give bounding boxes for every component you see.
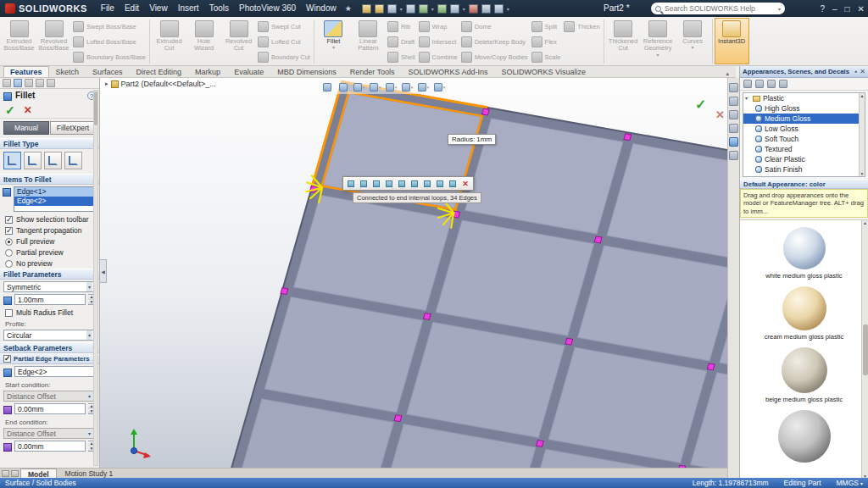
filletxpert-tab[interactable]: FilletXpert [50,121,96,135]
new-document-icon[interactable] [362,4,371,14]
start-condition-dropdown[interactable]: Distance Offset▾ [3,391,96,402]
custom-properties-tab-icon[interactable] [729,151,738,160]
tab-solidworks-addins[interactable]: SOLIDWORKS Add-Ins [402,66,495,77]
end-condition-dropdown[interactable]: Distance Offset▾ [3,428,96,439]
menu-edit[interactable]: Edit [120,0,144,17]
display-style-button[interactable]: ▾ [368,80,382,93]
tab-markup[interactable]: Markup [188,66,227,77]
ok-button[interactable]: ✓ [5,103,15,117]
tree-node-soft-touch[interactable]: Soft Touch [743,134,865,144]
redo-icon[interactable] [437,4,447,14]
select-internal-loops-option-icon[interactable] [421,178,433,189]
print-icon[interactable] [406,4,415,14]
multi-radius-fillet-option[interactable]: Multi Radius Fillet [0,307,99,318]
appearance-thumbnail[interactable]: beige medium gloss plastic [740,347,868,403]
flex-button[interactable]: Flex [530,34,563,49]
curves-button[interactable]: Curves▾ [676,18,710,64]
zoom-fit-button[interactable] [320,80,334,93]
linear-pattern-button[interactable]: Linear Pattern [351,18,386,64]
menu-tools[interactable]: Tools [204,0,234,17]
extruded-boss-button[interactable]: Extruded Boss/Base [2,18,36,64]
dome-button[interactable]: Dome [459,19,530,34]
reference-geometry-button[interactable]: Reference Geometry▾ [641,18,676,64]
palette-icon[interactable] [779,80,787,88]
tab-direct-editing[interactable]: Direct Editing [130,66,189,77]
tree-node-low-gloss[interactable]: Low Gloss [743,124,865,134]
menu-window[interactable]: Window [301,0,342,17]
close-icon[interactable]: ✕ [858,4,865,14]
thumbnails-scrollbar[interactable]: ▲▼ [861,220,868,479]
motion-study-tab[interactable]: Motion Study 1 [58,469,120,479]
file-explorer-tab-icon[interactable] [729,110,738,119]
shell-button[interactable]: Shell [386,49,417,64]
confirmation-corner-cancel[interactable]: ✕ [715,108,725,121]
appearances-scenes-tab-icon[interactable] [729,137,738,147]
open-document-icon[interactable] [375,4,384,14]
appearance-thumbnail[interactable]: white medium gloss plastic [740,227,868,280]
menu-insert[interactable]: Insert [173,0,204,17]
tree-node-clear-plastic[interactable]: Clear Plastic [743,154,865,164]
propertymanager-tab-icon[interactable] [14,79,22,87]
radius-input[interactable]: 1.00mm [14,294,86,305]
menu-file[interactable]: File [96,0,120,17]
view-orientation-button[interactable]: ▾ [352,80,366,93]
options-caret-icon[interactable]: ▾ [507,6,509,12]
manual-tab[interactable]: Manual [3,121,49,135]
tab-mbd-dimensions[interactable]: MBD Dimensions [270,66,343,77]
boundary-boss-button[interactable]: Boundary Boss/Base [71,49,147,64]
edges-listbox[interactable]: Edge<1> Edge<2> [14,186,97,212]
design-library-tab-icon[interactable] [729,97,738,106]
tree-node-medium-gloss[interactable]: Medium Gloss [743,114,865,124]
hole-wizard-button[interactable]: Hole Wizard [186,18,221,64]
tree-node-high-gloss[interactable]: High Gloss [743,103,865,114]
decal-folder-icon[interactable] [767,80,776,88]
partial-preview-option[interactable]: Partial preview [0,247,99,258]
menu-photoview[interactable]: PhotoView 360 [234,0,301,17]
scroll-up-icon[interactable]: ▲ [860,93,865,98]
select-connected-option-icon[interactable] [396,178,408,189]
appearance-thumbnail[interactable]: cream medium gloss plastic [740,286,868,341]
select-outer-loops-option-icon[interactable] [434,178,446,189]
thickened-cut-button[interactable]: Thickened Cut [606,18,641,64]
tree-expand-icon[interactable]: ▾ [745,93,750,103]
swept-boss-button[interactable]: Swept Boss/Base [71,19,147,34]
scene-folder-icon[interactable] [755,80,764,88]
undo-icon[interactable] [419,4,428,14]
document-tab[interactable]: ▸ Part2 (Default<<Default>_... [105,80,216,88]
rebuild-icon[interactable] [469,4,478,14]
select-feature-option-icon[interactable] [370,178,382,189]
revolved-boss-button[interactable]: Revolved Boss/Base [36,18,71,64]
cream-plastic-sphere-preview[interactable] [782,286,826,330]
appearance-thumbnail[interactable] [740,410,868,463]
tab-render-tools[interactable]: Render Tools [343,66,402,77]
ribbon-collapse-icon[interactable]: ▴ [726,70,729,77]
confirmation-corner-ok[interactable]: ✓ [695,97,706,113]
close-task-pane-icon[interactable]: ✕ [860,68,865,75]
constant-size-fillet-option[interactable] [3,152,21,169]
minimize-icon[interactable]: – [832,4,837,14]
beige-plastic-sphere-preview[interactable] [782,347,827,393]
help-search-box[interactable]: ▾ [651,3,785,14]
scale-button[interactable]: Scale [530,49,563,64]
appearances-tree[interactable]: ▾ Plastic High Gloss Medium Gloss Low Gl… [743,92,865,177]
gray-plastic-sphere-preview[interactable] [778,410,831,463]
tab-surfaces[interactable]: Surfaces [86,66,130,77]
select-loop-option-icon[interactable] [358,178,370,189]
lofted-boss-button[interactable]: Lofted Boss/Base [71,34,147,49]
tree-node-satin-finish[interactable]: Satin Finish [743,164,865,175]
split-button[interactable]: Split [530,19,563,34]
move-copy-bodies-button[interactable]: Move/Copy Bodies [459,49,530,64]
instant3d-button[interactable]: Instant3D [715,18,749,64]
tab-scroll-right-icon[interactable] [11,470,19,477]
bookmark-star-icon[interactable]: ★ [345,4,352,13]
full-preview-option[interactable]: Full preview [0,236,99,247]
edge-list-item[interactable]: Edge<1> [14,187,96,197]
solidworks-resources-tab-icon[interactable] [729,83,738,92]
variable-size-fillet-option[interactable] [24,152,42,169]
tree-node-plastic[interactable]: ▾ Plastic [743,93,865,103]
select-icon[interactable] [450,4,459,14]
search-caret-icon[interactable]: ▾ [778,6,781,12]
options-icon[interactable] [494,4,504,14]
combine-button[interactable]: Combine [417,49,459,64]
panel-collapse-handle[interactable]: ◀ [100,259,107,283]
